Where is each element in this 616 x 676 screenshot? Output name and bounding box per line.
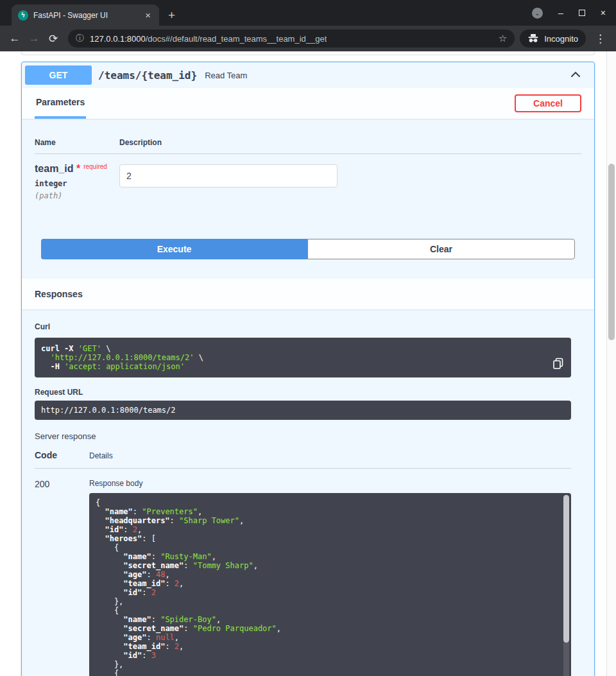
swagger-page: GET /teams/{team_id} Read Team Parameter… — [0, 51, 616, 676]
url-path: /docs#/default/read_team_teams__team_id_… — [146, 34, 327, 44]
response-body-scrollbar[interactable] — [563, 495, 569, 676]
clear-button[interactable]: Clear — [307, 239, 575, 259]
curl-label: Curl — [35, 322, 571, 331]
incognito-label: Incognito — [544, 34, 578, 44]
page-info-icon[interactable]: ⓘ — [76, 33, 84, 44]
incognito-badge: Incognito — [520, 30, 586, 48]
curl-command-block: curl -X 'GET' \ 'http://127.0.0.1:8000/t… — [35, 338, 571, 377]
parameter-name-text: team_id — [35, 163, 73, 174]
parameters-table-header: Name Description — [35, 138, 581, 154]
team-id-input[interactable] — [119, 164, 338, 187]
response-body-scrollbar-thumb[interactable] — [563, 495, 569, 643]
responses-title: Responses — [35, 289, 83, 299]
http-method-badge: GET — [25, 65, 92, 85]
tab-close-icon[interactable]: × — [143, 10, 153, 21]
response-body-block: { "name": "Preventers", "headquarters": … — [89, 493, 571, 676]
browser-tab[interactable]: ϟ FastAPI - Swagger UI × — [12, 4, 159, 26]
maximize-icon — [579, 10, 585, 16]
fastapi-favicon-icon: ϟ — [18, 10, 28, 21]
response-row-200: 200 Response body { "name": "Preventers"… — [35, 469, 571, 676]
curl-command: curl -X 'GET' \ 'http://127.0.0.1:8000/t… — [41, 344, 565, 371]
required-label: required — [83, 163, 107, 170]
incognito-spy-icon — [527, 34, 539, 43]
responses-container: Curl curl -X 'GET' \ 'http://127.0.0.1:8… — [22, 309, 594, 676]
url-text: 127.0.0.1:8000/docs#/default/read_team_t… — [90, 34, 327, 44]
parameters-container: Name Description team_id *required integ… — [22, 119, 594, 279]
forward-icon[interactable]: → — [24, 29, 44, 48]
copy-icon — [552, 357, 565, 370]
responses-section-header: Responses — [22, 279, 594, 309]
server-response-label: Server response — [35, 431, 571, 441]
parameter-type: integer — [35, 179, 119, 188]
column-details-label: Details — [89, 450, 113, 460]
browser-toolbar: ← → ⟳ ⓘ 127.0.0.1:8000/docs#/default/rea… — [0, 26, 616, 51]
window-maximize-button[interactable] — [579, 8, 585, 17]
parameters-section-header: Parameters Cancel — [22, 88, 594, 119]
response-body-json: { "name": "Preventers", "headquarters": … — [96, 498, 560, 676]
reload-icon[interactable]: ⟳ — [44, 29, 63, 48]
parameter-row-team-id: team_id *required integer (path) — [35, 154, 581, 200]
operation-summary: Read Team — [205, 71, 247, 80]
address-bar[interactable]: ⓘ 127.0.0.1:8000/docs#/default/read_team… — [68, 30, 515, 48]
new-tab-button[interactable]: + — [168, 9, 175, 21]
status-code: 200 — [35, 479, 89, 676]
execute-wrapper: Execute Clear — [41, 239, 575, 259]
window-minimize-button[interactable]: – — [558, 8, 563, 17]
tab-parameters[interactable]: Parameters — [35, 88, 86, 119]
operation-path: /teams/{team_id} — [98, 69, 197, 82]
operation-block-get-teams: GET /teams/{team_id} Read Team Parameter… — [21, 62, 595, 676]
window-close-button[interactable]: × — [601, 8, 606, 17]
browser-window: ϟ FastAPI - Swagger UI × + ⌄ – × ← → ⟳ ⓘ… — [0, 0, 616, 676]
previous-block-bottom-edge — [21, 51, 595, 55]
request-url-block: http://127.0.0.1:8000/teams/2 — [35, 401, 571, 420]
operation-header[interactable]: GET /teams/{team_id} Read Team — [22, 62, 594, 88]
parameter-input-cell — [119, 163, 338, 200]
response-table-header: Code Details — [35, 450, 571, 469]
response-body-label: Response body — [89, 479, 571, 488]
window-controls: ⌄ – × — [532, 0, 616, 26]
execute-button[interactable]: Execute — [41, 239, 307, 259]
url-host: 127.0.0.1:8000 — [90, 34, 146, 44]
response-body-cell: Response body { "name": "Preventers", "h… — [89, 479, 571, 676]
browser-menu-icon[interactable]: ⋮ — [590, 32, 611, 46]
tab-strip: ϟ FastAPI - Swagger UI × + ⌄ – × — [0, 0, 616, 26]
column-description-label: Description — [119, 138, 162, 147]
column-name-label: Name — [35, 138, 119, 147]
request-url-label: Request URL — [35, 388, 571, 397]
chevron-up-icon — [570, 71, 581, 78]
cancel-button[interactable]: Cancel — [515, 94, 581, 112]
page-scrollbar-thumb[interactable] — [608, 164, 615, 340]
tab-search-icon[interactable]: ⌄ — [532, 8, 543, 19]
parameter-meta: team_id *required integer (path) — [35, 163, 119, 200]
tab-title: FastAPI - Swagger UI — [33, 11, 138, 20]
column-code-label: Code — [35, 450, 89, 460]
parameter-location: (path) — [35, 191, 119, 200]
bookmark-star-icon[interactable]: ☆ — [493, 33, 507, 44]
back-icon[interactable]: ← — [5, 29, 24, 48]
parameter-name: team_id *required — [35, 163, 119, 175]
page-scrollbar[interactable] — [606, 51, 616, 676]
tab-search-glyph: ⌄ — [535, 10, 540, 17]
copy-to-clipboard-button[interactable] — [552, 357, 565, 370]
collapse-operation-button[interactable] — [568, 68, 583, 83]
required-asterisk: * — [73, 163, 80, 174]
